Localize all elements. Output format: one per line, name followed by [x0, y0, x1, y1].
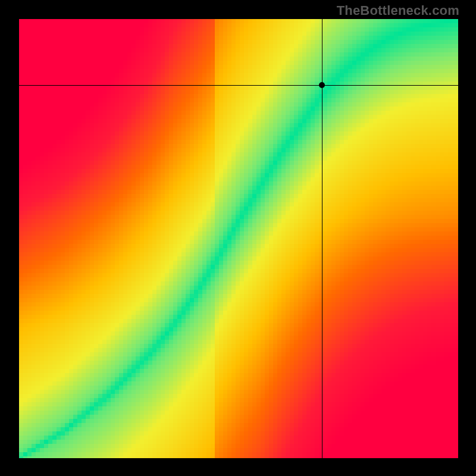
crosshair-horizontal [19, 85, 458, 86]
chart-frame: TheBottleneck.com [0, 0, 476, 476]
heatmap-plot [19, 19, 458, 458]
watermark-text: TheBottleneck.com [337, 3, 459, 18]
selection-marker [319, 82, 325, 88]
